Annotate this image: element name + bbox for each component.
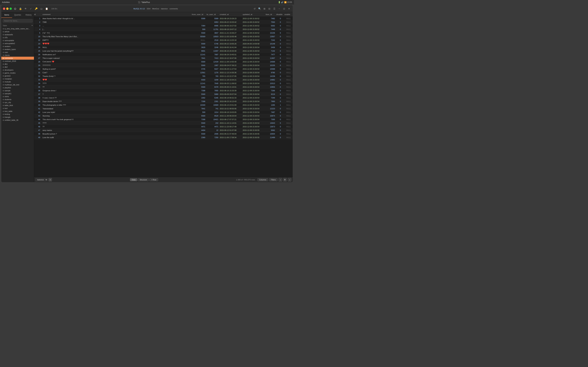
- tab-history[interactable]: History: [23, 12, 34, 18]
- database-selector[interactable]: katonice: [35, 178, 48, 181]
- maximize-button[interactable]: [9, 8, 12, 10]
- sidebar-item-mealplan[interactable]: ⊞ mealplan: [1, 77, 34, 80]
- table-row[interactable]: 40 This photography is killer ??? 10340 …: [34, 103, 293, 107]
- table-row[interactable]: 38 V cool, i love it ?? 1002 5345 2015-0…: [34, 96, 293, 100]
- sidebar-item-comments[interactable]: ⊞ comments: [1, 57, 34, 60]
- col-header-comment[interactable]: comment: [42, 13, 192, 15]
- sidebar-item-sys_city[interactable]: ⊞ sys_city: [1, 101, 34, 104]
- table-row[interactable]: 47 sexy mariss 4404 22 2015-09-12 01:07:…: [34, 128, 293, 132]
- menu-icon[interactable]: ☰: [272, 7, 276, 11]
- structure-tab-button[interactable]: Structure: [138, 178, 149, 181]
- table-row[interactable]: 33 ❤️❤️ 5569 3299 2015-11-18 15:54:21 20…: [34, 78, 293, 82]
- next-page-button[interactable]: ›: [288, 178, 291, 182]
- sidebar-item-test_table[interactable]: ⊞ test_table: [1, 110, 34, 113]
- sidebar-item-game_modes[interactable]: ⊞ game_modes: [1, 71, 34, 74]
- col-header-updated[interactable]: updated_at: [243, 13, 266, 15]
- add-connection-button[interactable]: +: [48, 178, 52, 182]
- sidebar-item-autouptable[interactable]: ⊞ autouptable: [1, 39, 34, 42]
- sidebar-item-a_very_long[interactable]: ⊞ a_very_long_table_name_too...: [1, 27, 34, 30]
- search-icon[interactable]: 🔍: [258, 7, 261, 11]
- col-header-from[interactable]: from_user_id: [192, 13, 207, 15]
- table-row[interactable]: 36 Gorgeous dress ! 7308 7855 2015-08-16…: [34, 89, 293, 92]
- sidebar-item-untitled_table_36[interactable]: ⊞ untitled_table_36: [1, 119, 34, 122]
- panel-icon[interactable]: ⊟: [268, 7, 271, 11]
- columns-button[interactable]: Columns: [257, 178, 268, 181]
- table-row[interactable]: 3 ... 7364 8995 2015-08-06 19:27:02 2015…: [34, 24, 293, 27]
- sidebar-item-avatars_types[interactable]: ⊞ avatars_types: [1, 48, 34, 51]
- table-row[interactable]: 23 ❤️❤️❤️ 5569 5746 2015-09-22 19:05:26 …: [34, 42, 293, 46]
- sidebar-item-mutuals[interactable]: ⊞ mutuals: [1, 80, 34, 83]
- sidebar-item-test[interactable]: ⊞ test: [1, 107, 34, 110]
- activities-label[interactable]: Activities: [2, 1, 10, 3]
- table-row[interactable]: 28 Cool jeans! ❤️ 5569 12439 2015-11-09 …: [34, 60, 293, 64]
- table-row[interactable]: 4 [... 599 11791 2015-08-18 19:07:12 201…: [34, 27, 293, 31]
- sidebar-item-ata[interactable]: ⊞ aTa: [1, 36, 34, 39]
- sidebar-item-sample1[interactable]: ⊞ sample1: [1, 92, 34, 95]
- table-row[interactable]: 30 Styling on point? 3745 5027 2015-09-2…: [34, 67, 293, 71]
- sidebar-item-triangle[interactable]: ⊞ triangle: [1, 116, 34, 119]
- table-row[interactable]: 2 7308 6953 2015-09-22 19:33:42 2015-12-…: [34, 20, 293, 24]
- table-row[interactable]: 29 ???????? 5569 1907 2015-09-24 07:36:2…: [34, 64, 293, 67]
- table-row[interactable]: 45 ???? 5569 242 2015-11-16 11:14:01 201…: [34, 121, 293, 125]
- window-minimize-icon[interactable]: −: [277, 7, 281, 11]
- eye-icon[interactable]: 👁: [24, 7, 27, 11]
- sidebar-item-students[interactable]: ⊞ students: [1, 98, 34, 101]
- table-row[interactable]: 31 Cute? 12561 1276 2015-11-13 14:30:36 …: [34, 71, 293, 74]
- tab-queries[interactable]: Queries: [12, 12, 23, 18]
- sidebar-item-asdasasfa[interactable]: ⊞ asdasasfa: [1, 33, 34, 36]
- table-row[interactable]: 41 ?aassasdasd 7641 741 2015-10-21 08:50…: [34, 107, 293, 110]
- table-row[interactable]: 39 Dope double denim ??? 7308 2301 2015-…: [34, 100, 293, 103]
- database-icon[interactable]: 🗂: [39, 7, 43, 11]
- table-row[interactable]: 32 Thanks Emily! ? 765 765 2015-11-10 22…: [34, 74, 293, 78]
- filters-button[interactable]: Filters: [269, 178, 277, 181]
- window-resize-icon[interactable]: ⊡: [282, 7, 286, 11]
- table-row[interactable]: 34 ???? 12141 7640 2015-09-25 11:08:02 2…: [34, 82, 293, 85]
- col-header-enable[interactable]: enable: [285, 13, 293, 15]
- table-row[interactable]: 46 ?? 4471 4471 2015-11-23 09:17:49 2015…: [34, 125, 293, 128]
- col-header-to[interactable]: to_user_id: [207, 13, 220, 15]
- page-settings-button[interactable]: ⚙: [283, 178, 287, 182]
- table-row[interactable]: 35 ?? 5569 8378 2015-09-30 21:10:01 2015…: [34, 85, 293, 89]
- table-row[interactable]: 43 Stunning 5569 8520 2015-11-30 08:20:0…: [34, 114, 293, 118]
- table-row[interactable]: 27 This is super cutesss! 7641 7413 2015…: [34, 56, 293, 60]
- col-header-id[interactable]: id: [34, 13, 42, 15]
- sidebar-item-mydbops_lab_test[interactable]: ⊞ mydbops_lab_test: [1, 83, 34, 86]
- key-icon[interactable]: 🔑: [34, 7, 38, 11]
- sidebar-item-article[interactable]: ⊞ article: [1, 30, 34, 33]
- section-header[interactable]: Table ▾: [1, 24, 34, 27]
- window-close-icon[interactable]: ✕: [287, 7, 291, 11]
- sidebar-item-db2[interactable]: ⊞ db2: [1, 66, 34, 68]
- close-button[interactable]: [3, 8, 5, 10]
- table-row[interactable]: 25 Love your hair the jacket everything!…: [34, 49, 293, 53]
- app-name[interactable]: TablePlus: [141, 1, 150, 3]
- sidebar-item-autouptable2[interactable]: ⊞ autouptable2: [1, 42, 34, 45]
- col-header-created[interactable]: created_at: [220, 13, 243, 15]
- sidebar-item-geotest[interactable]: ⊞ geotest: [1, 74, 34, 77]
- tab-items[interactable]: Items: [1, 12, 12, 18]
- sidebar-item-cars[interactable]: ⊞ cars: [1, 51, 34, 54]
- data-tab-button[interactable]: Data: [130, 178, 137, 181]
- col-header-disable[interactable]: disable: [276, 13, 285, 15]
- sidebar-item-playlists[interactable]: ⊞ playlists: [1, 86, 34, 89]
- table-row[interactable]: 5 {"a\": "b"} 5569 3847 2015-11-21 19:36…: [34, 31, 293, 35]
- search-input[interactable]: [3, 19, 33, 23]
- power-icon[interactable]: ⏻: [13, 7, 17, 11]
- table-row[interactable]: 37 ? 5569 5880 2015-09-09 20:07:04 2015-…: [34, 92, 293, 96]
- table-row[interactable]: 42 Love your style! 599 1014 2015-08-18 …: [34, 110, 293, 114]
- table-row[interactable]: 26 Notifications on? 12141 7687 2015-08-…: [34, 53, 293, 56]
- sidebar-item-shirts[interactable]: ⊞ shirts: [1, 95, 34, 98]
- minimize-button[interactable]: [6, 8, 9, 10]
- sidebar-item-developers[interactable]: ⊞ developers: [1, 68, 34, 71]
- table-row[interactable]: 44 This shot is lush! You look gorgeous!…: [34, 118, 293, 121]
- checkmark-icon[interactable]: ✓: [29, 7, 33, 11]
- lock-icon[interactable]: 🔒: [18, 7, 22, 11]
- add-row-button[interactable]: + Row: [149, 178, 158, 181]
- table-row[interactable]: 19 This Is My Blob There Are Many Like I…: [34, 35, 293, 38]
- refresh-icon[interactable]: ↺: [253, 7, 257, 11]
- new-tab-icon[interactable]: 📋: [45, 7, 49, 11]
- col-header-item[interactable]: item_id: [266, 13, 276, 15]
- table-row[interactable]: 48 Beautiful picture ? 5569 2006 2015-09…: [34, 132, 293, 136]
- sidebar-item-db1[interactable]: ⊞ db1: [1, 63, 34, 66]
- sidebar-item-table_blob[interactable]: ⊞ table_blob: [1, 104, 34, 107]
- table-row[interactable]: 22 EMPTY NULL 2518 2015-08-16 13:25:18 2…: [34, 38, 293, 42]
